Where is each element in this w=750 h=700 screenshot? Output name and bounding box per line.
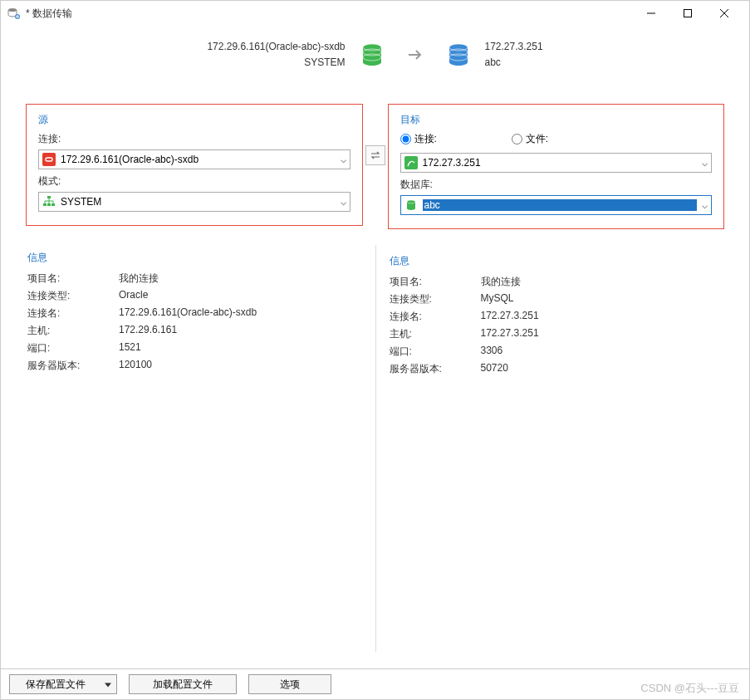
info-label: 端口:: [390, 345, 481, 359]
svg-rect-19: [51, 203, 55, 206]
database-icon: [404, 198, 418, 212]
svg-rect-20: [404, 156, 418, 169]
source-column: 源 连接: 172.29.6.161(Oracle-abc)-sxdb ⌵ 模式…: [26, 104, 363, 668]
info-value: MySQL: [481, 292, 723, 306]
window-controls: [633, 2, 743, 25]
chevron-down-icon: ⌵: [702, 157, 708, 169]
target-connection-value: 172.27.3.251: [423, 157, 698, 169]
info-label: 连接名:: [27, 306, 119, 321]
swap-button[interactable]: [365, 145, 385, 165]
target-info: 信息 项目名:我的连接 连接类型:MySQL 连接名:172.27.3.251 …: [388, 254, 725, 376]
source-schema-header: SYSTEM: [207, 55, 345, 71]
window-title: * 数据传输: [26, 7, 633, 21]
chevron-down-icon: ⌵: [702, 199, 708, 211]
info-label: 项目名:: [27, 272, 119, 286]
divider: [375, 245, 376, 652]
info-value: 我的连接: [119, 272, 361, 286]
watermark: CSDN @石头---豆豆: [640, 681, 739, 696]
svg-rect-14: [42, 153, 56, 166]
radio-file[interactable]: 文件:: [512, 132, 548, 146]
source-info-title: 信息: [27, 251, 361, 265]
radio-connection[interactable]: 连接:: [400, 132, 437, 146]
info-label: 主机:: [27, 324, 119, 338]
info-value: Oracle: [119, 289, 361, 303]
footer: 保存配置文件 加载配置文件 选项 CSDN @石头---豆豆: [1, 668, 749, 699]
save-profile-button[interactable]: 保存配置文件: [9, 674, 117, 694]
target-panel: 目标 连接: 文件: 172.27.3.251 ⌵ 数据库: abc ⌵: [388, 104, 725, 229]
load-profile-button[interactable]: 加载配置文件: [129, 674, 237, 694]
source-connection-value: 172.29.6.161(Oracle-abc)-sxdb: [61, 154, 336, 165]
info-value: 172.29.6.161(Oracle-abc)-sxdb: [119, 306, 361, 321]
oracle-icon: [42, 153, 56, 166]
database-target-icon: [445, 42, 472, 68]
chevron-down-icon: ⌵: [341, 154, 346, 165]
source-conn-header: 172.29.6.161(Oracle-abc)-sxdb: [207, 39, 345, 55]
target-database-select[interactable]: abc ⌵: [400, 195, 713, 215]
info-label: 连接名:: [390, 310, 481, 324]
source-connection-label: 连接:: [38, 132, 350, 146]
info-label: 项目名:: [390, 275, 481, 289]
info-label: 主机:: [390, 327, 481, 341]
info-label: 服务器版本:: [27, 359, 119, 373]
titlebar: * 数据传输: [1, 1, 749, 26]
transfer-header: 172.29.6.161(Oracle-abc)-sxdb SYSTEM 172…: [1, 26, 749, 79]
svg-point-0: [8, 8, 17, 12]
target-conn-header: 172.27.3.251: [485, 39, 543, 55]
source-panel-title: 源: [38, 113, 350, 127]
target-database-value: abc: [423, 199, 698, 211]
arrow-right-icon: [405, 45, 425, 65]
info-value: 1521: [119, 341, 361, 355]
info-value: 172.27.3.251: [481, 310, 723, 324]
source-panel: 源 连接: 172.29.6.161(Oracle-abc)-sxdb ⌵ 模式…: [26, 104, 363, 226]
info-label: 端口:: [27, 341, 119, 355]
info-label: 服务器版本:: [390, 362, 481, 376]
source-mode-select[interactable]: SYSTEM ⌵: [38, 192, 350, 212]
target-db-header: abc: [485, 55, 543, 71]
options-button[interactable]: 选项: [248, 674, 331, 694]
chevron-down-icon: ⌵: [341, 196, 346, 208]
svg-rect-3: [684, 10, 692, 17]
svg-rect-16: [47, 196, 51, 198]
source-connection-select[interactable]: 172.29.6.161(Oracle-abc)-sxdb ⌵: [38, 149, 350, 169]
source-mode-value: SYSTEM: [61, 196, 336, 208]
minimize-button[interactable]: [633, 2, 669, 25]
info-value: 120100: [119, 359, 361, 373]
schema-icon: [42, 195, 56, 208]
info-label: 连接类型:: [390, 292, 481, 306]
maximize-button[interactable]: [669, 2, 706, 25]
info-value: 50720: [481, 362, 723, 376]
database-source-icon: [359, 42, 385, 68]
source-info: 信息 项目名:我的连接 连接类型:Oracle 连接名:172.29.6.161…: [26, 251, 363, 373]
source-mode-label: 模式:: [38, 174, 350, 188]
info-value: 172.27.3.251: [481, 327, 723, 341]
svg-rect-18: [47, 203, 51, 206]
close-button[interactable]: [706, 2, 743, 25]
info-value: 我的连接: [481, 275, 723, 289]
main-content: 源 连接: 172.29.6.161(Oracle-abc)-sxdb ⌵ 模式…: [1, 79, 749, 668]
target-database-label: 数据库:: [400, 178, 713, 192]
target-info-title: 信息: [390, 254, 723, 268]
info-label: 连接类型:: [27, 289, 119, 303]
mysql-icon: [404, 156, 418, 169]
target-column: 目标 连接: 文件: 172.27.3.251 ⌵ 数据库: abc ⌵ 信息 …: [388, 104, 725, 668]
app-icon: [7, 7, 21, 20]
info-value: 3306: [481, 345, 723, 359]
info-value: 172.29.6.161: [119, 324, 361, 338]
target-connection-select[interactable]: 172.27.3.251 ⌵: [400, 153, 713, 173]
svg-rect-17: [43, 203, 47, 206]
target-panel-title: 目标: [400, 113, 713, 127]
